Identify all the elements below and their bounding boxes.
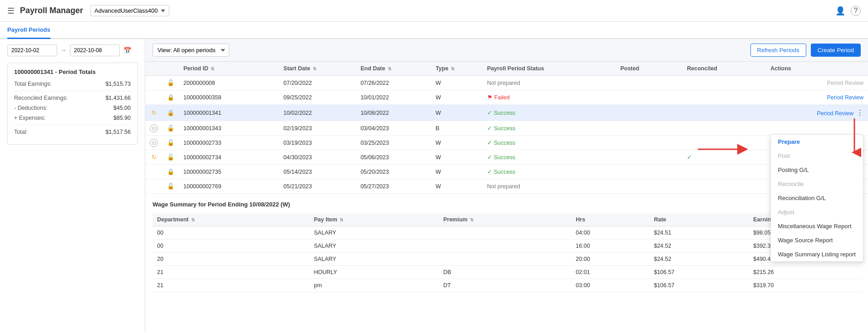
- date-range-arrow: →: [61, 47, 66, 54]
- th-end-date[interactable]: End Date ⇅: [356, 62, 431, 76]
- td-period-id: 100000001341: [179, 105, 279, 121]
- wth-dept[interactable]: Department ⇅: [153, 213, 310, 226]
- table-row: ⊙ 🔓 100000002733 03/19/2023 03/25/2023 W…: [145, 136, 868, 150]
- refresh-periods-button[interactable]: Refresh Periods: [750, 44, 806, 57]
- td-icon2: 🔓: [163, 150, 179, 165]
- totals-row-reconciled: Reconciled Earnings: $1,431.66: [14, 95, 131, 101]
- totals-label-deductions: - Deductions:: [14, 105, 48, 111]
- td-type: W: [431, 165, 482, 179]
- totals-value-earnings: $1,515.73: [105, 81, 131, 87]
- status-success: ✓ Success: [487, 139, 612, 146]
- td-icon2: 🔓: [163, 76, 179, 90]
- td-end: 10/08/2022: [356, 105, 431, 121]
- table-row: ↻ 🔓 100000002734 04/30/2023 05/06/2023 W…: [145, 150, 868, 165]
- wage-payitem: SALARY: [310, 253, 439, 266]
- wth-payitem[interactable]: Pay Item ⇅: [310, 213, 439, 226]
- th-icon2: [163, 62, 179, 76]
- wage-dept: 00: [153, 240, 310, 253]
- clock-icon: ⊙: [150, 139, 158, 147]
- context-menu-item[interactable]: Prepare: [771, 135, 863, 149]
- action-link-disabled: Period Review: [827, 80, 863, 86]
- wage-header-row: Department ⇅ Pay Item ⇅ Premium ⇅ Hrs Ra…: [153, 213, 861, 226]
- td-reconciled: [682, 105, 766, 121]
- th-period-id[interactable]: Period ID ⇅: [179, 62, 279, 76]
- wage-hrs: 20:00: [571, 253, 649, 266]
- th-type[interactable]: Type ⇅: [431, 62, 482, 76]
- status-success: ✓ Success: [487, 154, 612, 161]
- status-notprepared: Not prepared: [487, 183, 520, 190]
- lock-icon: 🔒: [167, 94, 174, 101]
- wage-table: Department ⇅ Pay Item ⇅ Premium ⇅ Hrs Ra…: [153, 213, 861, 292]
- td-posted: [616, 179, 682, 194]
- td-status: ✓ Success: [483, 105, 616, 121]
- td-status: ✓ Success: [483, 165, 616, 179]
- totals-row-total: Total: $1,517.56: [14, 129, 131, 135]
- wage-table-row: 20 SALARY 20:00 $24.52 $490.40: [153, 253, 861, 266]
- action-link[interactable]: Period Review: [827, 94, 863, 101]
- menu-icon[interactable]: ☰: [7, 6, 15, 16]
- td-period-id: 100000001343: [179, 121, 279, 136]
- status-success: ✓ Success: [487, 125, 612, 132]
- context-menu-item[interactable]: Miscellaneous Wage Report: [771, 219, 863, 233]
- wage-hrs: 02:01: [571, 266, 649, 279]
- td-period-id: 2000000008: [179, 76, 279, 90]
- td-period-id: 100000002769: [179, 179, 279, 194]
- td-reconciled: [682, 165, 766, 179]
- td-status: ✓ Success: [483, 121, 616, 136]
- table-row: 🔒 100000002735 05/14/2023 05/20/2023 W ✓…: [145, 165, 868, 179]
- wth-premium[interactable]: Premium ⇅: [439, 213, 571, 226]
- td-icon1: [145, 165, 163, 179]
- wth-rate: Rate: [649, 213, 749, 226]
- date-from-input[interactable]: [7, 44, 57, 56]
- user-class-select[interactable]: AdvancedUserClass400: [90, 5, 169, 16]
- th-icon1: [145, 62, 163, 76]
- wage-dept: 00: [153, 226, 310, 240]
- td-end: 05/20/2023: [356, 165, 431, 179]
- td-posted: [616, 150, 682, 165]
- lock-icon: 🔒: [167, 168, 174, 175]
- td-end: 05/27/2023: [356, 179, 431, 194]
- context-menu-item[interactable]: Wage Summary Listing report: [771, 247, 863, 261]
- tab-payroll-periods[interactable]: Payroll Periods: [7, 22, 50, 39]
- totals-value-deductions: $45.00: [113, 105, 131, 111]
- td-type: W: [431, 90, 482, 105]
- help-icon[interactable]: ?: [851, 6, 861, 16]
- td-reconciled: [682, 121, 766, 136]
- totals-label-earnings: Total Earnings:: [14, 81, 52, 87]
- td-actions: Period Review: [766, 90, 868, 105]
- wage-premium: [439, 226, 571, 240]
- wage-rate: $106.57: [649, 266, 749, 279]
- view-select[interactable]: View: All open periods: [153, 44, 229, 57]
- context-menu-item[interactable]: Posting G/L: [771, 163, 863, 177]
- wage-table-row: 00 SALARY 16:00 $24.52 $392.32: [153, 240, 861, 253]
- context-menu: PreparePostPosting G/LReconcileReconcili…: [770, 134, 863, 262]
- td-status: ✓ Success: [483, 136, 616, 150]
- context-menu-item[interactable]: Reconciliation G/L: [771, 191, 863, 205]
- wage-premium: [439, 240, 571, 253]
- lock-open-icon: 🔓: [167, 139, 174, 146]
- calendar-icon[interactable]: 📅: [123, 47, 131, 54]
- wage-premium: DT: [439, 279, 571, 292]
- th-status: Payroll Period Status: [483, 62, 616, 76]
- lock-open-icon: 🔓: [167, 183, 174, 190]
- period-totals-box: 100000001341 - Period Totals Total Earni…: [7, 63, 138, 145]
- date-to-input[interactable]: [70, 44, 120, 56]
- user-icon[interactable]: 👤: [835, 6, 845, 16]
- status-failed: ⚑ Failed: [487, 94, 612, 101]
- td-icon2: 🔒: [163, 90, 179, 105]
- td-icon2: 🔒: [163, 165, 179, 179]
- action-link[interactable]: Period Review: [817, 110, 853, 117]
- periods-table: Period ID ⇅ Start Date ⇅ End Date ⇅ Type…: [145, 62, 868, 194]
- wage-summary-section: Wage Summary for Period Ending 10/08/202…: [145, 194, 868, 299]
- totals-value-total: $1,517.56: [105, 129, 131, 135]
- td-icon1: [145, 90, 163, 105]
- context-menu-item[interactable]: Wage Source Report: [771, 233, 863, 247]
- create-period-button[interactable]: Create Period: [811, 44, 861, 57]
- td-period-id: 100000002733: [179, 136, 279, 150]
- more-actions-button[interactable]: ⋮: [856, 108, 863, 117]
- td-posted: [616, 76, 682, 90]
- th-start-date[interactable]: Start Date ⇅: [279, 62, 356, 76]
- td-icon1: [145, 179, 163, 194]
- context-menu-item: Post: [771, 149, 863, 163]
- wage-rate: $24.52: [649, 253, 749, 266]
